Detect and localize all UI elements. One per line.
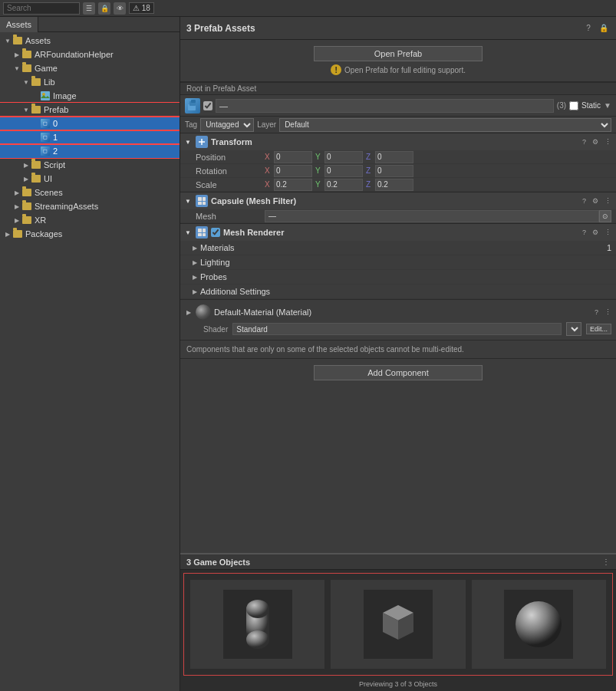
mesh-filter-menu[interactable]: ⋮ [604, 197, 611, 205]
add-component-button[interactable]: Add Component [314, 365, 483, 380]
static-dropdown-arrow[interactable]: ▼ [604, 101, 611, 110]
mesh-filter-help[interactable]: ? [582, 197, 586, 205]
materials-count: 1 [607, 243, 611, 252]
edit-shader-button[interactable]: Edit... [586, 324, 611, 334]
material-section: ▶ Default-Material (Material) ? ⋮ Shader… [180, 300, 616, 341]
additional-settings-header[interactable]: ▶ Additional Settings [180, 285, 616, 298]
lighting-header[interactable]: ▶ Lighting [180, 255, 616, 269]
scale-z-label: Z [366, 180, 374, 189]
sphere-preview-svg [504, 590, 573, 659]
mesh-renderer-help[interactable]: ? [582, 229, 586, 236]
tag-dropdown[interactable]: Untagged [200, 118, 254, 132]
transform-settings[interactable]: ⚙ [592, 138, 598, 146]
layer-dropdown[interactable]: Default [279, 118, 611, 132]
shader-dropdown[interactable]: ▼ [566, 322, 581, 336]
rot-y-input[interactable] [324, 165, 363, 177]
pos-x-input[interactable] [274, 151, 312, 163]
transform-header[interactable]: ▼ Transform ? ⚙ ⋮ [180, 133, 616, 150]
static-checkbox[interactable] [569, 101, 578, 110]
preview-item-sphere [472, 580, 606, 669]
pos-y-label: Y [315, 153, 323, 161]
scale-z-field: Z [366, 179, 413, 191]
object-active-checkbox[interactable] [203, 101, 212, 110]
folder-icon-lib [31, 77, 41, 87]
shader-label: Shader [203, 325, 228, 334]
probes-title: Probes [200, 272, 227, 281]
additional-settings-title: Additional Settings [200, 287, 270, 296]
mesh-pick-button[interactable]: ⊙ [599, 210, 611, 222]
tree-item-packages[interactable]: ▶ Packages [0, 227, 180, 241]
label-obj2: 2 [53, 146, 58, 156]
object-name-input[interactable] [216, 99, 554, 113]
svg-point-10 [246, 630, 269, 649]
label-prefab: Prefab [44, 105, 68, 114]
cube-icon-0: ◻ [40, 118, 51, 129]
mesh-renderer-settings[interactable]: ⚙ [592, 229, 598, 236]
tree-item-script[interactable]: ▶ Script [0, 158, 180, 172]
count-badge: ⚠ 18 [129, 2, 154, 14]
scale-row: Scale X Y Z [180, 178, 616, 192]
materials-arrow: ▶ [193, 245, 197, 252]
tree-item-image[interactable]: ▶ Image [0, 89, 180, 103]
add-component-section: Add Component [180, 359, 616, 387]
tab-assets[interactable]: Assets [0, 17, 38, 32]
pos-y-input[interactable] [324, 151, 363, 163]
tree-item-prefab[interactable]: ▼ Prefab [0, 103, 180, 117]
bottom-menu-icon[interactable]: ⋮ [602, 558, 610, 566]
tree-item-ui[interactable]: ▶ UI [0, 172, 180, 186]
preview-item-cube [331, 580, 465, 669]
rot-z-input[interactable] [375, 165, 413, 177]
probes-header[interactable]: ▶ Probes [180, 270, 616, 284]
tree-item-obj2[interactable]: ▶ ◻ 2 [0, 144, 180, 158]
tree-item-game[interactable]: ▼ Game [0, 61, 180, 75]
scale-xyz: X Y Z [265, 179, 611, 191]
material-help[interactable]: ? [595, 308, 598, 316]
tree-item-obj1[interactable]: ▶ ◻ 1 [0, 130, 180, 144]
tree-item-scenes[interactable]: ▶ Scenes [0, 186, 180, 199]
tree-item-obj0[interactable]: ▶ ◻ 0 [0, 117, 180, 130]
materials-header[interactable]: ▶ Materials 1 [180, 241, 616, 255]
material-menu[interactable]: ⋮ [604, 308, 611, 316]
label-obj1: 1 [53, 133, 58, 142]
transform-body: Position X Y Z [180, 150, 616, 192]
tree-item-arfoundation[interactable]: ▶ ARFoundationHelper [0, 48, 180, 61]
search-input[interactable] [3, 2, 80, 15]
mesh-renderer-menu[interactable]: ⋮ [604, 229, 611, 236]
tree-item-xr[interactable]: ▶ XR [0, 213, 180, 227]
shader-row: Shader Standard ▼ Edit... [185, 321, 611, 337]
tree-item-streaming[interactable]: ▶ StreamingAssets [0, 199, 180, 213]
arrow-packages: ▶ [3, 229, 12, 239]
tree-item-lib[interactable]: ▼ Lib [0, 75, 180, 89]
transform-title: Transform [211, 137, 579, 146]
mesh-renderer-header[interactable]: ▼ Mesh Renderer ? ⚙ ⋮ [180, 224, 616, 241]
pos-z-input[interactable] [375, 151, 413, 163]
mesh-renderer-checkbox[interactable] [211, 228, 220, 237]
shader-value-text: Standard [236, 325, 268, 334]
warning-row: ! Open Prefab for full editing support. [331, 64, 466, 75]
scale-z-input[interactable] [375, 179, 413, 191]
scale-y-input[interactable] [324, 179, 363, 191]
scale-x-input[interactable] [274, 179, 312, 191]
material-play-icon[interactable]: ▶ [185, 308, 193, 316]
scale-y-field: Y [315, 179, 363, 191]
svg-rect-4 [191, 100, 196, 103]
rot-x-input[interactable] [274, 165, 312, 177]
cube-preview-svg [364, 590, 433, 659]
tree-item-assets[interactable]: ▼ Assets [0, 34, 180, 48]
root-section-label: Root in Prefab Asset [180, 82, 616, 95]
filter-icon[interactable]: ☰ [83, 2, 95, 15]
lighting-arrow: ▶ [193, 259, 197, 266]
lock-inspector-icon[interactable]: 🔒 [598, 22, 610, 35]
lock-icon[interactable]: 🔒 [98, 2, 110, 15]
bottom-title: 3 Game Objects [186, 558, 250, 567]
eye-icon[interactable]: 👁 [114, 2, 126, 15]
transform-menu[interactable]: ⋮ [604, 138, 611, 146]
mesh-filter-header[interactable]: ▼ Capsule (Mesh Filter) ? ⚙ ⋮ [180, 192, 616, 209]
open-prefab-button[interactable]: Open Prefab [314, 46, 483, 61]
arrow-xr: ▶ [12, 216, 21, 225]
transform-help[interactable]: ? [582, 138, 586, 146]
mesh-filter-settings[interactable]: ⚙ [592, 197, 598, 205]
rotation-row: Rotation X Y Z [180, 164, 616, 178]
help-icon[interactable]: ? [582, 22, 595, 35]
label-packages: Packages [25, 229, 62, 239]
